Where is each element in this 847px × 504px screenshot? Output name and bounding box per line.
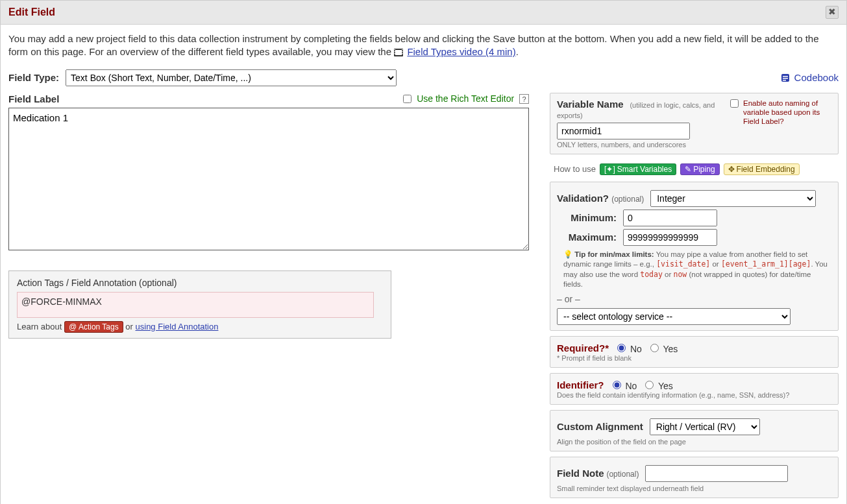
action-tags-optional: (optional) — [139, 278, 177, 288]
minimum-label: Minimum: — [563, 212, 617, 223]
field-note-panel: Field Note (optional) Small reminder tex… — [550, 457, 839, 498]
variable-name-label: Variable Name — [557, 99, 624, 110]
required-label: Required?* — [557, 342, 609, 354]
maximum-input[interactable] — [623, 229, 717, 246]
close-icon[interactable]: ✖ — [826, 6, 839, 19]
or-separator: – or – — [557, 294, 831, 304]
action-tags-input[interactable]: @FORCE-MINMAX — [17, 292, 374, 318]
how-to-text: How to use — [554, 164, 596, 174]
how-to-row: How to use [✦]Smart Variables ✎Piping ✥F… — [550, 160, 839, 179]
alignment-panel: Custom Alignment Right / Vertical (RV) A… — [550, 410, 839, 451]
right-column: Variable Name (utilized in logic, calcs,… — [550, 93, 839, 503]
auto-naming-label[interactable]: Enable auto naming of variable based upo… — [728, 99, 831, 126]
identifier-desc: Does the field contain identifying infor… — [557, 391, 831, 399]
codebook-link[interactable]: Codebook — [781, 72, 839, 83]
alignment-label: Custom Alignment — [557, 421, 643, 432]
field-type-row: Field Type: Text Box (Short Text, Number… — [8, 69, 839, 86]
svg-rect-4 — [395, 53, 396, 54]
maximum-label: Maximum: — [563, 232, 617, 243]
field-note-optional: (optional) — [606, 470, 639, 479]
columns: Field Label Use the Rich Text Editor ? M… — [8, 93, 839, 503]
field-note-input[interactable] — [645, 465, 788, 482]
field-note-label: Field Note — [557, 468, 604, 479]
field-label-textarea[interactable]: Medication 1 — [8, 108, 529, 250]
required-panel: Required?* No Yes * Prompt if field is b… — [550, 336, 839, 368]
minimum-input[interactable] — [623, 210, 717, 226]
dialog-titlebar: Edit Field ✖ — [1, 1, 846, 25]
action-tags-panel: Action Tags / Field Annotation (optional… — [8, 270, 391, 339]
move-icon: ✥ — [728, 165, 735, 174]
svg-rect-10 — [783, 78, 788, 79]
identifier-no-radio[interactable] — [613, 381, 621, 389]
piping-badge[interactable]: ✎Piping — [680, 163, 719, 175]
help-icon[interactable]: ? — [519, 94, 529, 104]
variable-name-rule: ONLY letters, numbers, and underscores — [557, 141, 721, 149]
field-label-title: Field Label — [8, 93, 59, 104]
action-tags-badge[interactable]: @ Action Tags — [64, 321, 123, 333]
action-tags-sep: / — [66, 278, 69, 288]
svg-rect-3 — [395, 51, 396, 53]
learn-or: or — [125, 322, 133, 331]
required-yes-radio[interactable] — [650, 344, 659, 352]
field-types-video-link[interactable]: Field Types video (4 min) — [407, 46, 515, 57]
required-prompt: * Prompt if field is blank — [557, 354, 831, 362]
minmax-tip: 💡 Tip for min/max limits: You may pipe a… — [557, 250, 831, 290]
svg-rect-6 — [402, 51, 403, 53]
svg-rect-1 — [395, 50, 402, 55]
left-column: Field Label Use the Rich Text Editor ? M… — [8, 93, 529, 339]
required-no-label[interactable]: No — [614, 342, 642, 354]
identifier-no-label[interactable]: No — [609, 379, 637, 391]
validation-select[interactable]: Integer — [650, 190, 816, 207]
identifier-yes-label[interactable]: Yes — [642, 379, 672, 391]
variable-name-panel: Variable Name (utilized in logic, calcs,… — [550, 93, 839, 154]
identifier-yes-radio[interactable] — [645, 381, 654, 389]
bolt-icon: [✦] — [604, 165, 615, 174]
dialog-body: You may add a new project field to this … — [1, 25, 846, 504]
wand-icon: ✎ — [685, 165, 691, 174]
field-annotation-title: Field Annotation — [71, 278, 136, 288]
alignment-select[interactable]: Right / Vertical (RV) — [650, 418, 760, 435]
svg-rect-7 — [402, 53, 403, 54]
field-embedding-badge[interactable]: ✥Field Embedding — [724, 163, 800, 175]
field-note-desc: Small reminder text displayed underneath… — [557, 485, 831, 492]
codebook-icon — [781, 73, 790, 82]
identifier-label: Identifier? — [557, 379, 604, 390]
intro-part2: . — [516, 46, 519, 57]
alignment-desc: Align the position of the field on the p… — [557, 438, 831, 446]
smart-variables-badge[interactable]: [✦]Smart Variables — [600, 163, 676, 175]
field-annotation-link[interactable]: using Field Annotation — [136, 322, 219, 331]
auto-naming-checkbox[interactable] — [730, 99, 739, 108]
validation-label: Validation? (optional) — [557, 193, 644, 204]
rich-text-checkbox[interactable] — [403, 95, 411, 103]
svg-rect-5 — [402, 49, 403, 51]
field-type-label: Field Type: — [8, 72, 59, 83]
learn-about-text: Learn about — [17, 322, 62, 331]
svg-rect-9 — [783, 76, 788, 77]
required-no-radio[interactable] — [617, 344, 626, 352]
field-type-select[interactable]: Text Box (Short Text, Number, Date/Time,… — [66, 69, 397, 86]
variable-name-input[interactable] — [557, 123, 690, 139]
svg-rect-11 — [783, 80, 786, 81]
video-icon — [394, 47, 403, 60]
required-yes-label[interactable]: Yes — [647, 342, 678, 354]
validation-panel: Validation? (optional) Integer Minimum: … — [550, 182, 839, 331]
identifier-panel: Identifier? No Yes Does the field contai… — [550, 373, 839, 405]
lightbulb-icon: 💡 — [563, 250, 572, 258]
ontology-select[interactable]: -- select ontology service -- — [557, 308, 791, 325]
intro-text: You may add a new project field to this … — [8, 32, 839, 60]
rich-text-toggle-label[interactable]: Use the Rich Text Editor — [400, 93, 517, 104]
dialog-title: Edit Field — [8, 6, 55, 18]
action-tags-title: Action Tags — [17, 278, 64, 288]
edit-field-dialog: Edit Field ✖ You may add a new project f… — [0, 0, 847, 504]
svg-rect-2 — [395, 49, 396, 51]
